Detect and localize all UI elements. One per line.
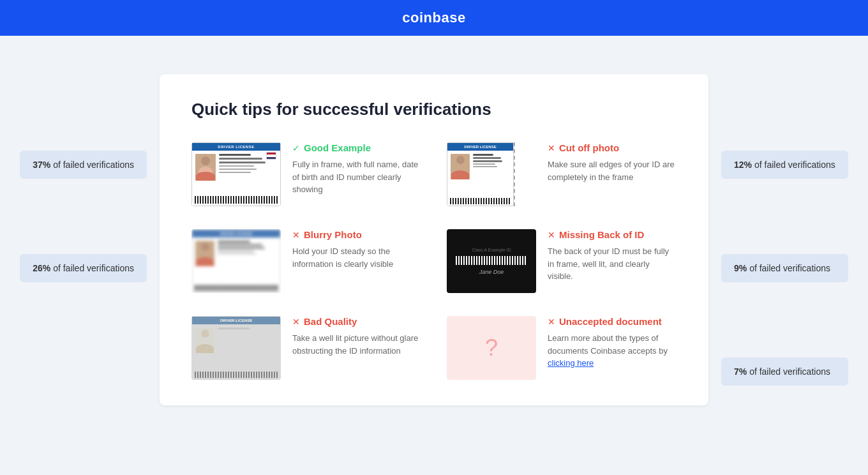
tip-title: Good Example (304, 142, 371, 153)
tip-unaccepted: ? ✕ Unaccepted document Learn more about… (447, 316, 677, 380)
page-header: coinbase (0, 0, 868, 36)
page-title: Quick tips for successful verifications (191, 100, 677, 119)
x-icon: ✕ (548, 317, 555, 327)
tip-good-example: DRIVER LICENSE (191, 142, 421, 206)
tip-image-quality: DRIVER LICENSE (191, 316, 281, 380)
tip-image-blurry: DRIVER LICENSE (191, 229, 281, 293)
tip-cutoff: DRIVER LICENSE (447, 142, 677, 206)
tip-description: Fully in frame, with full name, date of … (292, 158, 421, 196)
badge-percent: 9% (734, 263, 747, 273)
tip-label-good: ✓ Good Example (292, 142, 421, 153)
x-icon: ✕ (548, 230, 555, 240)
tip-title: Cut off photo (559, 142, 619, 153)
tip-description: Make sure all edges of your ID are compl… (548, 158, 677, 183)
badge-percent: 12% (734, 160, 752, 170)
badge-label: of failed verifications (749, 366, 830, 377)
tip-description: Hold your ID steady so the information i… (292, 245, 421, 270)
question-mark-icon: ? (485, 335, 498, 361)
tip-missing-back: Class A Example ID Jane Doe ✕ Missing Ba… (447, 229, 677, 293)
clicking-here-link[interactable]: clicking here (548, 358, 594, 368)
tip-description: Learn more about the types of documents … (548, 332, 677, 370)
tip-blurry: DRIVER LICENSE (191, 229, 421, 293)
tip-image-cutoff: DRIVER LICENSE (447, 142, 536, 206)
tip-content-unaccepted: ✕ Unaccepted document Learn more about t… (548, 316, 677, 370)
check-icon: ✓ (292, 143, 300, 153)
right-badges: 12% of failed verifications 9% of failed… (721, 151, 848, 386)
right-badge-1: 12% of failed verifications (721, 151, 848, 179)
right-badge-2: 9% of failed verifications (721, 254, 848, 282)
left-badge-1: 37% of failed verifications (20, 151, 147, 179)
tip-image-unaccepted: ? (447, 316, 536, 380)
badge-label: of failed verifications (53, 263, 134, 273)
x-icon: ✕ (292, 317, 300, 327)
main-card: Quick tips for successful verifications … (160, 74, 708, 405)
tip-title: Unaccepted document (559, 316, 662, 327)
tip-label-unaccepted: ✕ Unaccepted document (548, 316, 677, 327)
tip-title: Bad Quality (304, 316, 357, 327)
id-info (219, 154, 277, 191)
x-icon: ✕ (292, 230, 300, 240)
right-badge-3: 7% of failed verifications (721, 358, 848, 386)
tip-content-back: ✕ Missing Back of ID The back of your ID… (548, 229, 677, 283)
tip-title: Blurry Photo (304, 229, 362, 240)
tip-title: Missing Back of ID (559, 229, 644, 240)
tip-content-quality: ✕ Bad Quality Take a well lit picture wi… (292, 316, 421, 357)
badge-label: of failed verifications (749, 263, 830, 273)
tip-label-blurry: ✕ Blurry Photo (292, 229, 421, 240)
back-signature: Jane Doe (479, 269, 504, 275)
id-header-label: DRIVER LICENSE (192, 143, 280, 151)
back-class-label: Class A Example ID (467, 248, 516, 252)
badge-percent: 26% (33, 263, 50, 273)
tip-description: The back of your ID must be fully in fra… (548, 245, 677, 283)
tip-bad-quality: DRIVER LICENSE (191, 316, 421, 380)
x-icon: ✕ (548, 143, 555, 153)
tips-grid: DRIVER LICENSE (191, 142, 677, 380)
tip-label-quality: ✕ Bad Quality (292, 316, 421, 327)
tip-image-good: DRIVER LICENSE (191, 142, 281, 206)
badge-label: of failed verifications (53, 160, 134, 170)
tip-image-back: Class A Example ID Jane Doe (447, 229, 536, 293)
id-photo (195, 154, 216, 181)
tip-label-back: ✕ Missing Back of ID (548, 229, 677, 240)
badge-percent: 37% (33, 160, 50, 170)
tip-content-good: ✓ Good Example Fully in frame, with full… (292, 142, 421, 196)
page-body: 37% of failed verifications 26% of faile… (0, 36, 868, 444)
tip-description: Take a well lit picture without glare ob… (292, 332, 421, 357)
left-badge-2: 26% of failed verifications (20, 254, 147, 282)
badge-percent: 7% (734, 366, 747, 377)
left-badges: 37% of failed verifications 26% of faile… (20, 151, 147, 282)
tip-content-blurry: ✕ Blurry Photo Hold your ID steady so th… (292, 229, 421, 270)
tip-content-cutoff: ✕ Cut off photo Make sure all edges of y… (548, 142, 677, 183)
coinbase-logo: coinbase (402, 10, 465, 26)
back-barcode (456, 256, 527, 265)
badge-label: of failed verifications (754, 160, 835, 170)
tip-label-cutoff: ✕ Cut off photo (548, 142, 677, 153)
